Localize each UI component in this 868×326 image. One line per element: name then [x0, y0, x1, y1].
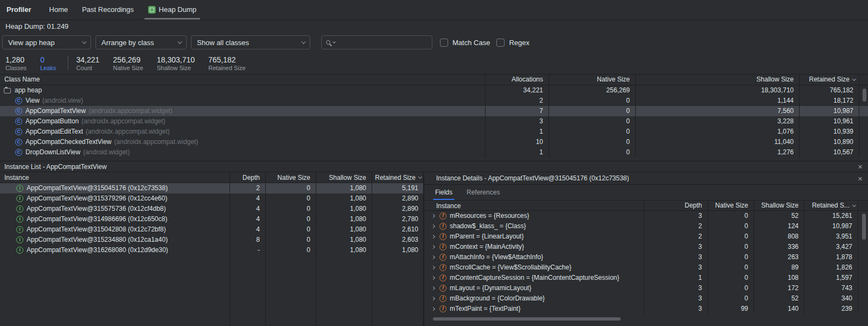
class-table-scrollbar[interactable]: [863, 89, 866, 102]
class-row[interactable]: CAppCompatEditText(androidx.appcompat.wi…: [0, 127, 868, 137]
field-row[interactable]: fmContext = {MainActivity}303363,427: [424, 242, 868, 252]
instance-name-label: AppCompatTextView@315234880 (0x12ca1a40): [27, 235, 168, 245]
instance-row[interactable]: IAppCompatTextView@315379296 (0x12cc4e60…: [0, 193, 423, 204]
class-native-cell: 0: [548, 116, 635, 127]
field-retained-cell: 10,987: [804, 221, 858, 231]
column-header-instance[interactable]: Instance: [424, 200, 643, 210]
field-row[interactable]: fmAttachInfo = {View$AttachInfo}302631,8…: [424, 252, 868, 262]
instance-row[interactable]: IAppCompatTextView@314986696 (0x12c650c8…: [0, 214, 423, 224]
class-row[interactable]: CAppCompatButton(androidx.appcompat.widg…: [0, 116, 868, 127]
class-icon: C: [15, 118, 22, 125]
column-header-retained-size[interactable]: Retained S...: [804, 200, 858, 210]
column-header-shallow-size[interactable]: Shallow Size: [316, 172, 372, 183]
column-header-depth[interactable]: Depth: [643, 200, 707, 210]
column-header-shallow-size[interactable]: Shallow Size: [635, 74, 799, 85]
tab-past-recordings[interactable]: Past Recordings: [75, 0, 141, 20]
field-row[interactable]: fmParent = {LinearLayout}208083,951: [424, 231, 868, 242]
class-row[interactable]: app heap34,221256,26918,303,710765,182: [0, 85, 868, 96]
class-row[interactable]: CAppCompatCheckedTextView(androidx.appco…: [0, 137, 868, 147]
match-case-checkbox[interactable]: [440, 39, 448, 47]
instance-row[interactable]: IAppCompatTextView@315045176 (0x12c73538…: [0, 183, 423, 193]
field-name-cell: fmScrollCache = {View$ScrollabilityCache…: [424, 262, 643, 273]
search-field[interactable]: [321, 35, 432, 49]
column-header-allocations[interactable]: Allocations: [485, 74, 548, 85]
stat-leaks[interactable]: 0 Leaks: [40, 55, 56, 71]
field-native-cell: 0: [707, 242, 754, 252]
arrange-select[interactable]: Arrange by class: [95, 35, 187, 49]
column-header-depth[interactable]: Depth: [229, 172, 265, 183]
instance-icon: I: [16, 226, 23, 233]
instance-details-title: Instance Details - AppCompatTextView@315…: [436, 174, 629, 182]
instance-icon: I: [16, 247, 23, 254]
heap-scope-select[interactable]: View app heap: [2, 35, 91, 49]
tab-heap-dump[interactable]: Heap Dump: [141, 0, 203, 20]
chevron-right-icon[interactable]: [431, 224, 435, 228]
field-row[interactable]: fmContentCaptureSession = {MainContentCa…: [424, 273, 868, 283]
search-history-chevron-icon[interactable]: [333, 40, 336, 43]
class-filter-select[interactable]: Show all classes: [191, 35, 310, 49]
regex-label: Regex: [509, 39, 529, 47]
instance-list-panel: Instance Depth Native Size Shallow Size …: [0, 172, 424, 326]
tab-home[interactable]: Home: [42, 0, 75, 20]
chevron-right-icon[interactable]: [431, 255, 435, 259]
chevron-right-icon[interactable]: [431, 266, 435, 269]
match-case-option[interactable]: Match Case: [440, 39, 490, 47]
chevron-right-icon[interactable]: [431, 297, 435, 300]
tab-references[interactable]: References: [467, 185, 500, 200]
class-retained-cell: 10,939: [799, 127, 859, 137]
fields-scrollbar-vertical[interactable]: [862, 214, 866, 240]
regex-option[interactable]: Regex: [496, 39, 529, 47]
scrollbar-gutter-cell: [858, 283, 867, 293]
field-name-cell: fmBackground = {ColorDrawable}: [424, 293, 643, 304]
field-row[interactable]: fshadow$_klass_ = {Class}2012410,987: [424, 221, 868, 231]
field-retained-cell: 3,427: [804, 242, 858, 252]
regex-checkbox[interactable]: [496, 39, 505, 47]
field-name-label: mLayout = {DynamicLayout}: [450, 283, 531, 293]
instance-depth-cell: 4: [229, 214, 265, 224]
field-row[interactable]: fmLayout = {DynamicLayout}30172743: [424, 283, 868, 293]
chevron-right-icon[interactable]: [431, 235, 435, 239]
instance-row[interactable]: IAppCompatTextView@316268080 (0x12d9de30…: [0, 245, 423, 255]
tab-heap-dump-label: Heap Dump: [159, 0, 196, 20]
instance-retained-cell: 2,603: [372, 235, 424, 245]
close-icon[interactable]: ×: [858, 172, 863, 185]
class-row[interactable]: CAppCompatTextView(androidx.appcompat.wi…: [0, 106, 868, 116]
column-header-instance[interactable]: Instance: [0, 172, 229, 183]
chevron-right-icon[interactable]: [431, 276, 435, 280]
instance-row[interactable]: IAppCompatTextView@315234880 (0x12ca1a40…: [0, 235, 423, 245]
instance-name-label: AppCompatTextView@315045176 (0x12c73538): [27, 183, 168, 193]
class-row[interactable]: CView(android.view)201,14418,172: [0, 96, 868, 106]
column-header-native-size[interactable]: Native Size: [265, 172, 316, 183]
column-header-native-size[interactable]: Native Size: [548, 74, 635, 85]
field-row[interactable]: fmResources = {Resources}305215,261: [424, 211, 868, 221]
search-input[interactable]: [339, 39, 427, 46]
column-header-retained-size[interactable]: Retained Size: [799, 74, 859, 85]
field-row[interactable]: fmScrollCache = {View$ScrollabilityCache…: [424, 262, 868, 273]
class-name-label: AppCompatEditText: [25, 127, 83, 137]
chevron-right-icon[interactable]: [431, 307, 435, 311]
column-header-retained-size[interactable]: Retained Size: [372, 172, 424, 183]
instance-row[interactable]: IAppCompatTextView@315575736 (0x12cf4db8…: [0, 204, 423, 214]
class-row[interactable]: CDropDownListView(android.widget)101,276…: [0, 147, 868, 158]
instance-native-cell: 0: [265, 214, 316, 224]
column-divider: [804, 200, 805, 314]
field-row[interactable]: fmBackground = {ColorDrawable}3052340: [424, 293, 868, 304]
instance-native-cell: 0: [265, 193, 316, 204]
column-divider: [858, 200, 858, 314]
column-header-shallow-size[interactable]: Shallow Size: [754, 200, 804, 210]
fields-scrollbar-horizontal[interactable]: [433, 317, 621, 321]
column-header-native-size[interactable]: Native Size: [707, 200, 754, 210]
field-shallow-cell: 263: [754, 252, 804, 262]
heap-folder-icon: [4, 88, 11, 93]
class-name-label: AppCompatTextView: [25, 106, 86, 116]
tab-fields[interactable]: Fields: [435, 185, 452, 200]
class-native-cell: 0: [548, 96, 635, 106]
chevron-right-icon[interactable]: [431, 214, 435, 218]
instance-row[interactable]: IAppCompatTextView@315042808 (0x12c72bf8…: [0, 224, 423, 235]
close-icon[interactable]: ×: [858, 161, 863, 172]
class-icon: C: [15, 139, 22, 146]
field-row[interactable]: fmTextPaint = {TextPaint}399140239: [424, 304, 868, 314]
chevron-right-icon[interactable]: [431, 286, 435, 290]
column-header-class-name[interactable]: Class Name: [0, 74, 485, 85]
chevron-right-icon[interactable]: [431, 245, 435, 249]
